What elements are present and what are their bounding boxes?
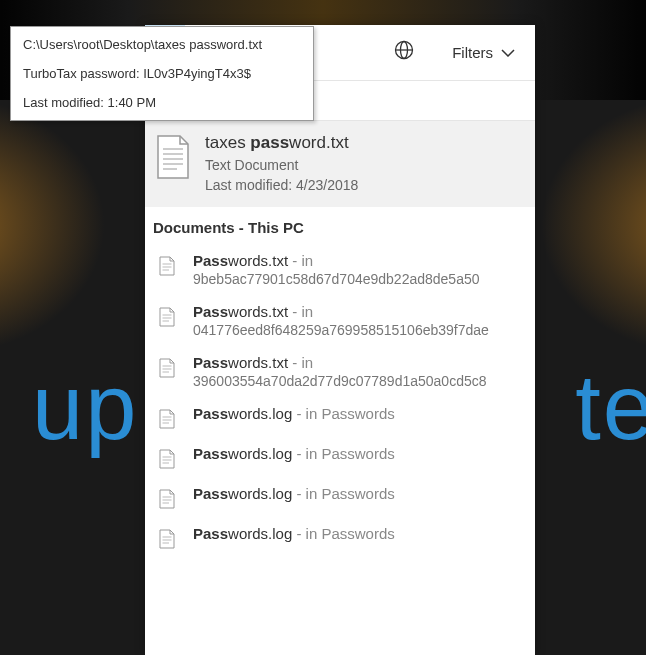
result-filename: Passwords.log - in Passwords (193, 445, 395, 462)
text-document-icon (159, 449, 175, 469)
search-result-item[interactable]: Passwords.log - in Passwords (145, 477, 535, 517)
search-result-item[interactable]: Passwords.txt - in041776eed8f648259a7699… (145, 295, 535, 346)
best-match-title: taxes password.txt (205, 133, 358, 153)
result-folder: 9beb5ac77901c58d67d704e9db22ad8de5a50 (193, 271, 480, 287)
tooltip-modified: Last modified: 1:40 PM (23, 95, 301, 110)
filters-label: Filters (452, 44, 493, 61)
text-document-icon (155, 135, 191, 179)
text-document-icon (159, 358, 175, 378)
best-match-result[interactable]: taxes password.txt Text Document Last mo… (145, 121, 535, 207)
text-document-icon (159, 307, 175, 327)
text-document-icon (159, 256, 175, 276)
text-document-icon (159, 489, 175, 509)
file-preview-tooltip: C:\Users\root\Desktop\taxes password.txt… (10, 26, 314, 121)
filters-dropdown[interactable]: Filters (434, 44, 535, 61)
result-folder: 041776eed8f648259a769958515106eb39f7dae (193, 322, 489, 338)
search-result-item[interactable]: Passwords.log - in Passwords (145, 397, 535, 437)
result-filename: Passwords.txt - in (193, 354, 487, 371)
documents-section-header: Documents - This PC (145, 207, 535, 244)
text-document-icon (159, 529, 175, 549)
best-match-modified: Last modified: 4/23/2018 (205, 177, 358, 193)
globe-icon[interactable] (374, 40, 434, 65)
chevron-down-icon (501, 49, 515, 57)
result-folder: 396003554a70da2d77d9c07789d1a50a0cd5c8 (193, 373, 487, 389)
result-filename: Passwords.log - in Passwords (193, 405, 395, 422)
result-filename: Passwords.txt - in (193, 303, 489, 320)
search-result-item[interactable]: Passwords.txt - in9beb5ac77901c58d67d704… (145, 244, 535, 295)
best-match-type: Text Document (205, 157, 358, 173)
search-result-item[interactable]: Passwords.txt - in396003554a70da2d77d9c0… (145, 346, 535, 397)
result-filename: Passwords.log - in Passwords (193, 485, 395, 502)
result-filename: Passwords.log - in Passwords (193, 525, 395, 542)
search-result-item[interactable]: Passwords.log - in Passwords (145, 437, 535, 477)
text-document-icon (159, 409, 175, 429)
tooltip-path: C:\Users\root\Desktop\taxes password.txt (23, 37, 301, 52)
tooltip-content: TurboTax password: IL0v3P4yingT4x3$ (23, 66, 301, 81)
search-result-item[interactable]: Passwords.log - in Passwords (145, 517, 535, 557)
result-filename: Passwords.txt - in (193, 252, 480, 269)
